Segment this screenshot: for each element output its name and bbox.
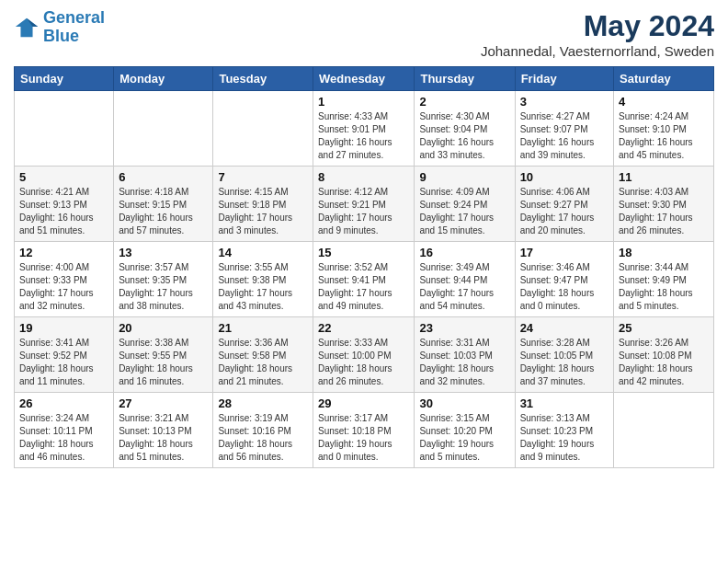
calendar-cell: 17Sunrise: 3:46 AM Sunset: 9:47 PM Dayli… — [515, 242, 613, 317]
cell-info: Sunrise: 4:09 AM Sunset: 9:24 PM Dayligh… — [419, 186, 509, 237]
calendar-cell: 9Sunrise: 4:09 AM Sunset: 9:24 PM Daylig… — [415, 167, 515, 242]
day-number: 4 — [619, 95, 709, 109]
day-number: 14 — [218, 246, 308, 259]
day-number: 30 — [419, 396, 509, 410]
cell-info: Sunrise: 3:36 AM Sunset: 9:58 PM Dayligh… — [218, 337, 308, 388]
day-number: 12 — [19, 246, 108, 259]
day-number: 20 — [119, 321, 208, 335]
day-number: 2 — [419, 95, 509, 109]
cell-info: Sunrise: 3:31 AM Sunset: 10:03 PM Daylig… — [419, 337, 509, 388]
cell-info: Sunrise: 3:15 AM Sunset: 10:20 PM Daylig… — [419, 412, 509, 464]
month-title: May 2024 — [481, 9, 714, 43]
cell-info: Sunrise: 4:00 AM Sunset: 9:33 PM Dayligh… — [19, 261, 108, 313]
day-number: 17 — [520, 246, 609, 259]
calendar-cell: 16Sunrise: 3:49 AM Sunset: 9:44 PM Dayli… — [415, 242, 515, 317]
calendar-cell: 11Sunrise: 4:03 AM Sunset: 9:30 PM Dayli… — [614, 167, 714, 242]
day-number: 27 — [119, 396, 208, 410]
calendar-cell: 4Sunrise: 4:24 AM Sunset: 9:10 PM Daylig… — [614, 91, 714, 167]
calendar-cell: 25Sunrise: 3:26 AM Sunset: 10:08 PM Dayl… — [614, 317, 714, 393]
cell-info: Sunrise: 4:30 AM Sunset: 9:04 PM Dayligh… — [419, 110, 509, 162]
calendar-cell: 13Sunrise: 3:57 AM Sunset: 9:35 PM Dayli… — [114, 242, 213, 317]
calendar-cell: 21Sunrise: 3:36 AM Sunset: 9:58 PM Dayli… — [213, 317, 313, 393]
day-number: 1 — [318, 95, 409, 109]
calendar-cell: 8Sunrise: 4:12 AM Sunset: 9:21 PM Daylig… — [313, 167, 415, 242]
cell-info: Sunrise: 4:21 AM Sunset: 9:13 PM Dayligh… — [19, 186, 108, 237]
day-number: 22 — [318, 321, 409, 335]
weekday-header: Saturday — [614, 67, 714, 91]
calendar-cell: 3Sunrise: 4:27 AM Sunset: 9:07 PM Daylig… — [515, 91, 613, 167]
day-number: 10 — [520, 170, 609, 184]
cell-info: Sunrise: 3:13 AM Sunset: 10:23 PM Daylig… — [520, 412, 609, 464]
day-number: 3 — [520, 95, 609, 109]
calendar-cell: 12Sunrise: 4:00 AM Sunset: 9:33 PM Dayli… — [15, 242, 114, 317]
calendar-cell: 31Sunrise: 3:13 AM Sunset: 10:23 PM Dayl… — [515, 393, 613, 468]
calendar-cell — [15, 91, 114, 167]
day-number: 24 — [520, 321, 609, 335]
logo-text: General Blue — [43, 9, 105, 46]
calendar-cell: 10Sunrise: 4:06 AM Sunset: 9:27 PM Dayli… — [515, 167, 613, 242]
calendar-cell: 15Sunrise: 3:52 AM Sunset: 9:41 PM Dayli… — [313, 242, 415, 317]
title-block: May 2024 Johannedal, Vaesternorrland, Sw… — [481, 9, 714, 59]
day-number: 7 — [218, 170, 308, 184]
cell-info: Sunrise: 3:28 AM Sunset: 10:05 PM Daylig… — [520, 337, 609, 388]
calendar-week-row: 26Sunrise: 3:24 AM Sunset: 10:11 PM Dayl… — [15, 393, 714, 468]
calendar-week-row: 5Sunrise: 4:21 AM Sunset: 9:13 PM Daylig… — [15, 167, 714, 242]
calendar-week-row: 19Sunrise: 3:41 AM Sunset: 9:52 PM Dayli… — [15, 317, 714, 393]
day-number: 6 — [119, 170, 208, 184]
calendar-cell: 27Sunrise: 3:21 AM Sunset: 10:13 PM Dayl… — [114, 393, 213, 468]
page-header: General Blue May 2024 Johannedal, Vaeste… — [14, 9, 714, 59]
day-number: 28 — [218, 396, 308, 410]
location-title: Johannedal, Vaesternorrland, Sweden — [481, 43, 714, 59]
cell-info: Sunrise: 4:27 AM Sunset: 9:07 PM Dayligh… — [520, 110, 609, 162]
svg-marker-0 — [16, 18, 38, 38]
cell-info: Sunrise: 3:49 AM Sunset: 9:44 PM Dayligh… — [419, 261, 509, 313]
cell-info: Sunrise: 3:19 AM Sunset: 10:16 PM Daylig… — [218, 412, 308, 464]
cell-info: Sunrise: 3:52 AM Sunset: 9:41 PM Dayligh… — [318, 261, 409, 313]
weekday-header: Monday — [114, 67, 213, 91]
day-number: 5 — [19, 170, 108, 184]
calendar-cell: 23Sunrise: 3:31 AM Sunset: 10:03 PM Dayl… — [415, 317, 515, 393]
cell-info: Sunrise: 3:46 AM Sunset: 9:47 PM Dayligh… — [520, 261, 609, 313]
calendar-cell: 14Sunrise: 3:55 AM Sunset: 9:38 PM Dayli… — [213, 242, 313, 317]
day-number: 15 — [318, 246, 409, 259]
cell-info: Sunrise: 3:26 AM Sunset: 10:08 PM Daylig… — [619, 337, 709, 388]
calendar-cell: 24Sunrise: 3:28 AM Sunset: 10:05 PM Dayl… — [515, 317, 613, 393]
weekday-header: Tuesday — [213, 67, 313, 91]
calendar-cell: 26Sunrise: 3:24 AM Sunset: 10:11 PM Dayl… — [15, 393, 114, 468]
weekday-header: Sunday — [15, 67, 114, 91]
day-number: 23 — [419, 321, 509, 335]
cell-info: Sunrise: 3:17 AM Sunset: 10:18 PM Daylig… — [318, 412, 409, 464]
logo: General Blue — [14, 9, 105, 46]
cell-info: Sunrise: 4:33 AM Sunset: 9:01 PM Dayligh… — [318, 110, 409, 162]
calendar-cell: 20Sunrise: 3:38 AM Sunset: 9:55 PM Dayli… — [114, 317, 213, 393]
cell-info: Sunrise: 4:03 AM Sunset: 9:30 PM Dayligh… — [619, 186, 709, 237]
calendar-cell: 18Sunrise: 3:44 AM Sunset: 9:49 PM Dayli… — [614, 242, 714, 317]
day-number: 25 — [619, 321, 709, 335]
calendar-cell — [114, 91, 213, 167]
calendar-cell: 29Sunrise: 3:17 AM Sunset: 10:18 PM Dayl… — [313, 393, 415, 468]
day-number: 29 — [318, 396, 409, 410]
day-number: 16 — [419, 246, 509, 259]
day-number: 31 — [520, 396, 609, 410]
cell-info: Sunrise: 3:24 AM Sunset: 10:11 PM Daylig… — [19, 412, 108, 464]
cell-info: Sunrise: 3:55 AM Sunset: 9:38 PM Dayligh… — [218, 261, 308, 313]
calendar-cell: 2Sunrise: 4:30 AM Sunset: 9:04 PM Daylig… — [415, 91, 515, 167]
cell-info: Sunrise: 4:18 AM Sunset: 9:15 PM Dayligh… — [119, 186, 208, 237]
cell-info: Sunrise: 4:06 AM Sunset: 9:27 PM Dayligh… — [520, 186, 609, 237]
day-number: 8 — [318, 170, 409, 184]
calendar-cell: 19Sunrise: 3:41 AM Sunset: 9:52 PM Dayli… — [15, 317, 114, 393]
calendar-table: SundayMondayTuesdayWednesdayThursdayFrid… — [14, 66, 714, 468]
weekday-header: Wednesday — [313, 67, 415, 91]
cell-info: Sunrise: 3:38 AM Sunset: 9:55 PM Dayligh… — [119, 337, 208, 388]
calendar-week-row: 1Sunrise: 4:33 AM Sunset: 9:01 PM Daylig… — [15, 91, 714, 167]
calendar-week-row: 12Sunrise: 4:00 AM Sunset: 9:33 PM Dayli… — [15, 242, 714, 317]
calendar-cell: 1Sunrise: 4:33 AM Sunset: 9:01 PM Daylig… — [313, 91, 415, 167]
calendar-cell: 6Sunrise: 4:18 AM Sunset: 9:15 PM Daylig… — [114, 167, 213, 242]
day-number: 26 — [19, 396, 108, 410]
cell-info: Sunrise: 4:12 AM Sunset: 9:21 PM Dayligh… — [318, 186, 409, 237]
weekday-header: Thursday — [415, 67, 515, 91]
calendar-cell — [614, 393, 714, 468]
calendar-header-row: SundayMondayTuesdayWednesdayThursdayFrid… — [15, 67, 714, 91]
cell-info: Sunrise: 3:33 AM Sunset: 10:00 PM Daylig… — [318, 337, 409, 388]
cell-info: Sunrise: 3:57 AM Sunset: 9:35 PM Dayligh… — [119, 261, 208, 313]
